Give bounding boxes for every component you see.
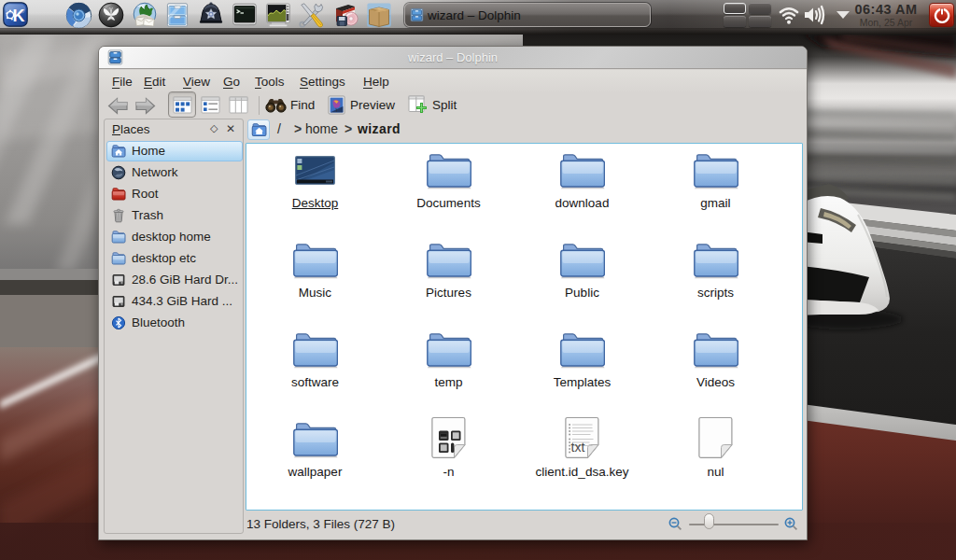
svg-text:txt: txt <box>571 440 585 455</box>
svg-text:K: K <box>13 7 25 25</box>
